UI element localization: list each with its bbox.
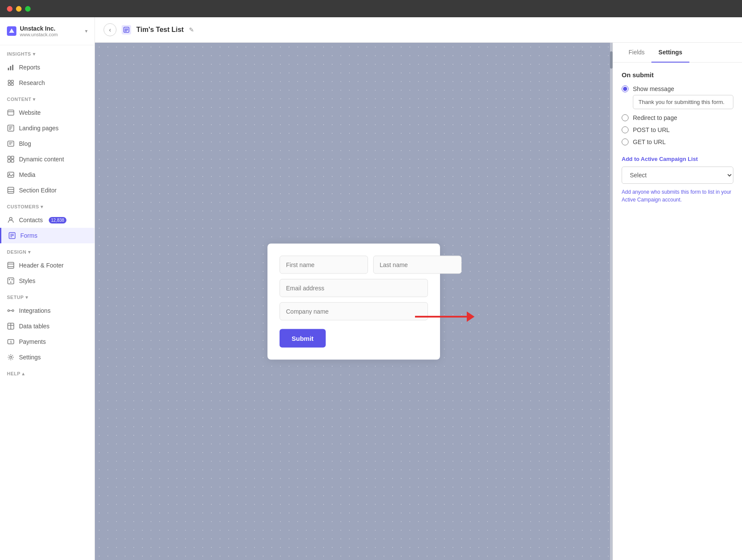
svg-text:$: $ (10, 340, 12, 344)
sidebar-item-header-footer[interactable]: Header & Footer (0, 258, 94, 273)
header-bar: ‹ Tim's Test List ✎ (95, 17, 742, 43)
sidebar-label-forms: Forms (20, 232, 38, 239)
titlebar (0, 0, 742, 17)
radio-post-input[interactable] (622, 126, 629, 133)
brand-chevron-icon: ▾ (85, 28, 88, 34)
show-message-input[interactable] (633, 95, 733, 109)
svg-point-22 (9, 173, 10, 175)
header-title: Tim's Test List (136, 26, 184, 34)
sidebar-item-dynamic-content[interactable]: Dynamic content (0, 151, 94, 167)
scrollbar[interactable] (610, 43, 613, 560)
svg-point-37 (10, 282, 12, 283)
first-name-input[interactable] (280, 255, 368, 274)
radio-redirect-label[interactable]: Redirect to page (622, 114, 733, 121)
radio-show-message-label[interactable]: Show message (622, 85, 733, 92)
sidebar-item-data-tables[interactable]: Data tables (0, 318, 94, 334)
sidebar-label-media: Media (19, 171, 35, 178)
sidebar-item-integrations[interactable]: Integrations (0, 303, 94, 318)
media-icon (7, 171, 15, 179)
radio-show-message-group: Show message (622, 85, 733, 109)
svg-rect-4 (8, 80, 10, 82)
sidebar-label-data-tables: Data tables (19, 323, 50, 330)
styles-icon (7, 277, 15, 285)
sidebar-label-contacts: Contacts (19, 217, 43, 223)
svg-point-35 (9, 279, 10, 280)
maximize-button[interactable] (25, 6, 31, 12)
dynamic-icon (7, 155, 15, 163)
radio-redirect-input[interactable] (622, 114, 629, 121)
sidebar-item-blog[interactable]: Blog (0, 136, 94, 151)
sidebar: Unstack Inc. www.unstack.com ▾ INSIGHTS … (0, 17, 95, 560)
campaign-list-select[interactable]: Select (622, 167, 733, 184)
edit-icon[interactable]: ✎ (189, 26, 194, 33)
last-name-input[interactable] (373, 255, 462, 274)
sidebar-label-research: Research (19, 79, 45, 86)
sidebar-item-contacts[interactable]: Contacts 12,838 (0, 212, 94, 228)
on-submit-title: On submit (622, 71, 733, 79)
help-section-label: HELP ▴ (0, 365, 94, 379)
brand-text: Unstack Inc. www.unstack.com (20, 25, 82, 37)
workspace: Submit Fields Settings On submit (95, 43, 742, 560)
brand-section[interactable]: Unstack Inc. www.unstack.com ▾ (0, 17, 94, 45)
sidebar-item-media[interactable]: Media (0, 167, 94, 182)
sidebar-label-header-footer: Header & Footer (19, 262, 64, 269)
header-footer-icon (7, 261, 15, 269)
arrow-annotation (415, 311, 475, 322)
svg-rect-7 (11, 83, 13, 85)
email-input[interactable] (280, 279, 428, 297)
scroll-thumb[interactable] (610, 51, 613, 69)
radio-show-message-input[interactable] (622, 85, 629, 92)
sidebar-item-section-editor[interactable]: Section Editor (0, 182, 94, 198)
radio-post-label[interactable]: POST to URL (622, 126, 733, 133)
panel-content: On submit Show message Redir (613, 63, 742, 212)
contacts-badge: 12,838 (49, 217, 66, 223)
close-button[interactable] (7, 6, 13, 12)
sidebar-item-website[interactable]: Website (0, 105, 94, 120)
sidebar-label-dynamic-content: Dynamic content (19, 156, 64, 163)
tab-fields[interactable]: Fields (622, 43, 651, 63)
brand-name: Unstack Inc. (20, 25, 82, 32)
settings-icon (7, 353, 15, 361)
svg-rect-1 (8, 68, 9, 70)
sidebar-label-reports: Reports (19, 64, 40, 71)
svg-rect-34 (8, 278, 14, 284)
back-arrow-icon: ‹ (109, 26, 111, 33)
svg-rect-14 (8, 141, 14, 146)
arrow-body (415, 316, 467, 318)
svg-rect-20 (11, 160, 14, 162)
brand-icon (7, 26, 16, 36)
back-button[interactable]: ‹ (104, 23, 116, 36)
sidebar-label-website: Website (19, 109, 41, 116)
radio-get-label[interactable]: GET to URL (622, 138, 733, 145)
tab-settings[interactable]: Settings (651, 43, 689, 63)
sidebar-item-research[interactable]: Research (0, 75, 94, 91)
submit-button[interactable]: Submit (280, 329, 326, 347)
sidebar-item-payments[interactable]: $ Payments (0, 334, 94, 349)
sidebar-label-integrations: Integrations (19, 307, 50, 314)
svg-rect-31 (8, 262, 14, 268)
sidebar-item-reports[interactable]: Reports (0, 60, 94, 75)
landing-icon (7, 124, 15, 132)
blog-icon (7, 140, 15, 148)
setup-section-label: SETUP ▾ (0, 289, 94, 303)
forms-icon (8, 232, 16, 239)
svg-point-46 (10, 356, 12, 359)
company-input[interactable] (280, 302, 428, 320)
svg-rect-17 (8, 156, 10, 159)
radio-post-text: POST to URL (633, 126, 670, 133)
svg-rect-19 (8, 160, 10, 162)
sidebar-item-settings[interactable]: Settings (0, 349, 94, 365)
right-panel: Fields Settings On submit Show message (613, 43, 742, 560)
sidebar-item-styles[interactable]: Styles (0, 273, 94, 289)
svg-point-26 (9, 217, 12, 220)
minimize-button[interactable] (16, 6, 22, 12)
svg-rect-3 (12, 65, 13, 70)
active-campaign-section: Add to Active Campaign List Select Add a… (622, 156, 733, 204)
radio-get-input[interactable] (622, 138, 629, 145)
content-section-label: CONTENT ▾ (0, 91, 94, 105)
radio-redirect-text: Redirect to page (633, 114, 677, 121)
customers-section-label: CUSTOMERS ▾ (0, 198, 94, 212)
contacts-icon (7, 216, 15, 224)
sidebar-item-landing-pages[interactable]: Landing pages (0, 120, 94, 136)
sidebar-item-forms[interactable]: Forms (0, 228, 94, 243)
